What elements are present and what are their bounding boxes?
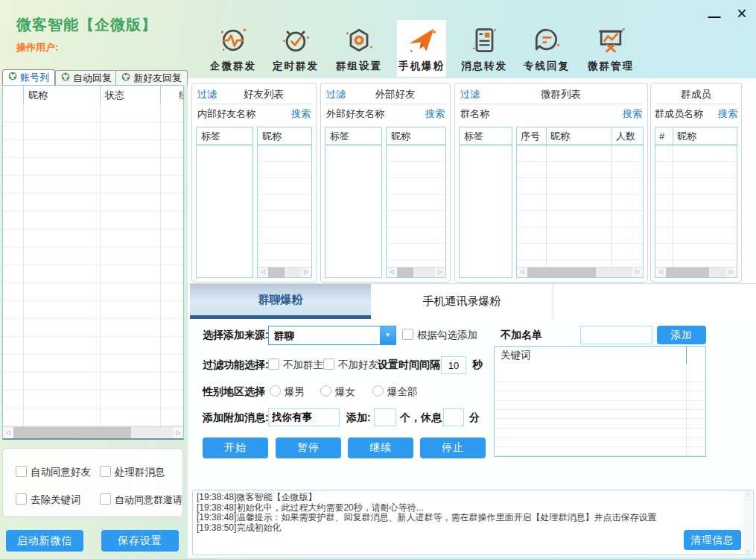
- checkbox-add-by-selection[interactable]: 根据勾选添加: [402, 329, 477, 342]
- horizontal-scrollbar[interactable]: ◁ ▷: [655, 267, 737, 277]
- checkbox-remove-keywords[interactable]: 去除关键词: [16, 493, 81, 507]
- radio-label: 爆女: [335, 386, 355, 397]
- members-table-body[interactable]: [655, 145, 737, 267]
- accounts-table-header: 昵称 状态 绑: [3, 86, 183, 105]
- vertical-scrollbar[interactable]: △ ▽: [744, 491, 752, 554]
- search-link[interactable]: 搜索: [425, 107, 445, 121]
- toolbar-item-label: 微群管理: [581, 60, 641, 73]
- scrollbar-thumb[interactable]: [397, 268, 413, 277]
- scroll-right-icon[interactable]: ▷: [632, 268, 643, 277]
- sidebar-tab-accounts[interactable]: 账号列: [2, 69, 55, 85]
- sidebar-tab-auto-reply[interactable]: 自动回复: [55, 70, 118, 86]
- sidebar-tab-new-friend-reply[interactable]: 新好友回复: [115, 70, 188, 86]
- filter-function-label: 过滤功能选择:: [203, 359, 269, 372]
- source-select[interactable]: 群聊 ▼: [268, 326, 396, 345]
- extra-message-input[interactable]: [268, 408, 340, 426]
- blacklist-add-button[interactable]: 添加: [657, 326, 706, 344]
- radio-women[interactable]: 爆女: [320, 385, 355, 399]
- filter-link[interactable]: 过滤: [197, 88, 217, 101]
- accounts-table-body[interactable]: [3, 104, 183, 426]
- checkbox-label: 不加群主: [283, 359, 323, 370]
- scroll-right-icon[interactable]: ▷: [301, 268, 311, 277]
- scroll-left-icon[interactable]: ◁: [387, 268, 397, 277]
- source-select-value: 群聊: [274, 329, 294, 343]
- toolbar-item-phone-fans[interactable]: 手机爆粉: [392, 24, 451, 73]
- checkbox-icon: [16, 493, 27, 505]
- tag-list-body[interactable]: [325, 145, 381, 277]
- scroll-right-icon[interactable]: ▷: [726, 268, 737, 277]
- add-unit-label: 个，休息: [400, 411, 442, 425]
- scroll-right-icon[interactable]: ▷: [173, 427, 183, 438]
- scrollbar-thumb[interactable]: [666, 268, 709, 277]
- save-settings-button[interactable]: 保存设置: [101, 530, 179, 552]
- toolbar-item-label: 专线回复: [517, 60, 576, 73]
- filter-link[interactable]: 过滤: [460, 88, 480, 101]
- tag-list-body[interactable]: [197, 145, 252, 277]
- checkbox-icon: [402, 329, 413, 340]
- scrollbar-thumb[interactable]: [527, 268, 596, 277]
- checkbox-skip-friends[interactable]: 不加好友: [323, 359, 378, 372]
- search-link[interactable]: 搜索: [718, 107, 737, 121]
- keyword-table-body[interactable]: [495, 364, 705, 456]
- gear-color-icon: [8, 70, 17, 85]
- toolbar-item-group-settings[interactable]: 群组设置: [329, 24, 389, 73]
- scroll-left-icon[interactable]: ◁: [258, 268, 268, 277]
- toolbar-item-label: 消息转发: [454, 60, 514, 73]
- minimize-button[interactable]: —: [705, 6, 724, 25]
- checkbox-handle-group-msg[interactable]: 处理群消息: [100, 466, 165, 479]
- group-table: 序号 昵称 人数 ◁ ▷: [516, 127, 644, 278]
- nickname-list-body[interactable]: [387, 145, 445, 267]
- filter-link[interactable]: 过滤: [326, 88, 346, 101]
- tag-list-body[interactable]: [460, 145, 512, 277]
- checkbox-skip-group-owner[interactable]: 不加群主: [268, 359, 323, 372]
- checkbox-label: 去除关键词: [31, 494, 81, 505]
- app-window: 微客智能【企微版】 操作用户: — × 企微群发 定时群发 群组设置: [0, 0, 756, 559]
- scroll-right-icon[interactable]: ▷: [435, 268, 445, 277]
- toolbar-item-message-forward[interactable]: 消息转发: [454, 24, 514, 73]
- scroll-up-icon[interactable]: △: [746, 491, 750, 496]
- keyword-table-header: 关键词: [495, 347, 705, 364]
- horizontal-scrollbar[interactable]: ◁ ▷: [517, 267, 643, 277]
- blacklist-input[interactable]: [580, 326, 652, 344]
- toolbar-item-line-reply[interactable]: 专线回复: [517, 24, 576, 73]
- horizontal-scrollbar[interactable]: ◁ ▷: [258, 267, 311, 277]
- start-button[interactable]: 开始: [203, 438, 268, 458]
- continue-button[interactable]: 继续: [348, 438, 413, 458]
- toolbar-item-scheduled-send[interactable]: 定时群发: [266, 24, 325, 73]
- scroll-left-icon[interactable]: ◁: [517, 268, 527, 277]
- radio-all[interactable]: 爆全部: [372, 385, 418, 399]
- search-link[interactable]: 搜索: [623, 107, 642, 121]
- scroll-left-icon[interactable]: ◁: [3, 427, 13, 438]
- group-table-body[interactable]: [517, 145, 643, 267]
- checkbox-auto-accept-group-invite[interactable]: 自动同意群邀请: [100, 493, 182, 507]
- toolbar-item-qiwei-mass-send[interactable]: 企微群发: [203, 24, 263, 73]
- clear-log-button[interactable]: 清理信息: [684, 530, 741, 550]
- radio-men[interactable]: 爆男: [270, 385, 305, 399]
- rest-minutes-input[interactable]: [443, 408, 464, 426]
- horizontal-scrollbar[interactable]: ◁ ▷: [387, 267, 445, 277]
- search-link[interactable]: 搜索: [291, 107, 311, 121]
- tab-phone-contacts-fans[interactable]: 手机通讯录爆粉: [371, 284, 553, 319]
- toolbar-item-group-manage[interactable]: 微群管理: [581, 24, 641, 73]
- stop-button[interactable]: 停止: [420, 438, 486, 458]
- members-table: # 昵称 ◁ ▷: [655, 127, 737, 278]
- operator-label: 操作用户:: [16, 41, 58, 54]
- list-header-tag: 标签: [325, 127, 381, 145]
- close-button[interactable]: ×: [731, 3, 752, 24]
- interval-input[interactable]: [441, 356, 466, 374]
- scrollbar-thumb[interactable]: [268, 268, 285, 277]
- pause-button[interactable]: 暂停: [276, 438, 341, 458]
- scrollbar-thumb[interactable]: [13, 427, 131, 438]
- horizontal-scrollbar[interactable]: ◁ ▷: [3, 426, 183, 438]
- checkbox-icon: [323, 359, 334, 370]
- scroll-down-icon[interactable]: ▽: [746, 549, 750, 554]
- start-new-wechat-button[interactable]: 启动新微信: [6, 530, 83, 552]
- nickname-list-body[interactable]: [258, 145, 311, 267]
- add-count-input[interactable]: [374, 408, 396, 426]
- checkbox-auto-accept-friend[interactable]: 自动同意好友: [16, 466, 91, 479]
- radio-icon: [320, 385, 331, 397]
- checkbox-icon: [100, 466, 111, 477]
- app-title: 微客智能【企微版】: [16, 15, 157, 35]
- scroll-left-icon[interactable]: ◁: [655, 268, 666, 277]
- tab-group-chat-fans[interactable]: 群聊爆粉: [190, 284, 371, 319]
